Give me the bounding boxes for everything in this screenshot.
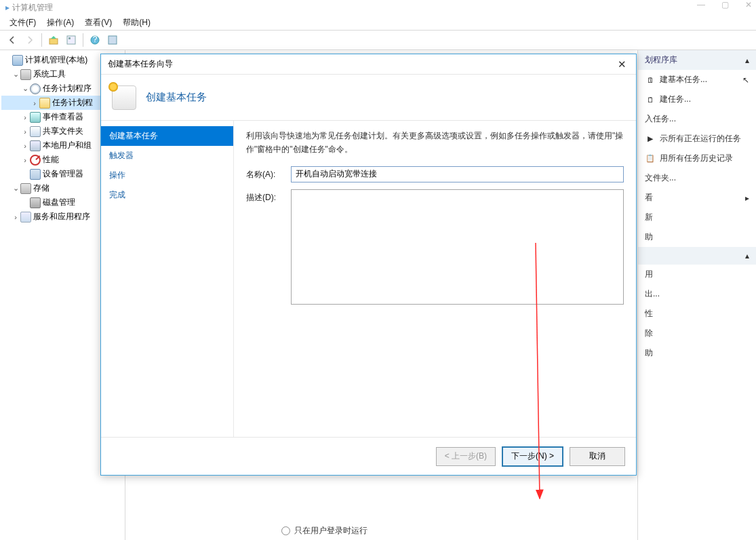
service-icon — [20, 212, 31, 223]
action-export[interactable]: 出... — [638, 284, 756, 304]
action-help-2[interactable]: 助 — [638, 343, 756, 363]
action-view-label: 看 — [645, 192, 653, 204]
separator — [83, 33, 83, 47]
nav-step-action[interactable]: 操作 — [101, 166, 233, 185]
dialog-banner-title: 创建基本任务 — [146, 91, 207, 104]
action-show-running-label: 示所有正在运行的任务 — [660, 133, 741, 144]
action-folder[interactable]: 文件夹... — [638, 168, 756, 188]
name-row: 名称(A): — [246, 166, 624, 182]
performance-icon — [30, 155, 41, 166]
maximize-button[interactable]: ▢ — [721, 0, 729, 9]
back-button: < 上一步(B) — [436, 447, 496, 466]
event-icon — [30, 112, 41, 123]
back-button[interactable] — [4, 32, 20, 48]
device-icon — [30, 169, 41, 180]
action-delete[interactable]: 除 — [638, 324, 756, 343]
action-enable[interactable]: 用 — [638, 265, 756, 284]
action-enable-label: 用 — [645, 269, 653, 280]
cancel-button[interactable]: 取消 — [570, 447, 625, 466]
menu-bar: 文件(F) 操作(A) 查看(V) 帮助(H) — [0, 15, 756, 30]
clock-icon — [30, 83, 41, 94]
computer-icon — [12, 55, 23, 66]
description-label: 描述(D): — [246, 189, 285, 204]
action-history-label: 用所有任务历史记录 — [660, 153, 733, 164]
menu-file[interactable]: 文件(F) — [4, 16, 41, 30]
tree-shared-folders-label: 共享文件夹 — [43, 126, 83, 137]
history-icon: 📋 — [645, 153, 656, 164]
action-history[interactable]: 📋用所有任务历史记录 — [638, 149, 756, 168]
tree-storage-label: 存储 — [33, 182, 49, 194]
up-button[interactable] — [45, 32, 62, 48]
action-import[interactable]: 入任务... — [638, 109, 756, 129]
folder-icon — [39, 98, 50, 109]
minimize-button[interactable]: — — [697, 0, 705, 9]
tree-performance-label: 性能 — [43, 154, 59, 166]
nav-step-trigger[interactable]: 触发器 — [101, 146, 233, 166]
tree-task-scheduler-label: 任务计划程序 — [43, 83, 92, 94]
actions-pane: 划程序库 ▴ 🗓建基本任务...↖ 🗒建任务... 入任务... ▶示所有正在运… — [637, 50, 756, 540]
action-delete-label: 除 — [645, 328, 653, 339]
dialog-title-bar[interactable]: 创建基本任务向导 ✕ — [101, 54, 636, 75]
disk-icon — [30, 197, 41, 208]
refresh-button[interactable] — [104, 32, 121, 48]
wizard-nav: 创建基本任务 触发器 操作 完成 — [101, 121, 234, 437]
nav-step-create[interactable]: 创建基本任务 — [101, 126, 233, 146]
users-icon — [30, 140, 41, 151]
tree-local-users-label: 本地用户和组 — [43, 140, 92, 151]
svg-rect-1 — [67, 36, 75, 44]
help-button[interactable]: ? — [87, 32, 103, 48]
dialog-title: 创建基本任务向导 — [108, 58, 173, 70]
dialog-footer: < 上一步(B) 下一步(N) > 取消 — [101, 437, 636, 475]
chevron-right-icon: ▸ — [745, 193, 749, 203]
action-properties-label: 性 — [645, 308, 653, 320]
task-icon: 🗒 — [645, 94, 656, 105]
action-create-basic[interactable]: 🗓建基本任务...↖ — [638, 70, 756, 90]
forward-button[interactable] — [22, 32, 38, 48]
svg-rect-0 — [49, 39, 58, 44]
menu-action[interactable]: 操作(A) — [41, 16, 79, 30]
svg-text:?: ? — [93, 35, 98, 44]
collapse-arrow-icon: ▴ — [745, 56, 749, 65]
action-help-label: 助 — [645, 231, 653, 243]
action-export-label: 出... — [645, 288, 660, 300]
radio-login-only-label: 只在用户登录时运行 — [294, 525, 367, 537]
cursor-icon: ↖ — [742, 75, 749, 85]
dialog-body: 创建基本任务 触发器 操作 完成 利用该向导快速地为常见任务创建计划。有关更多高… — [101, 121, 636, 437]
collapse-arrow-icon: ▴ — [745, 251, 749, 261]
menu-view[interactable]: 查看(V) — [79, 16, 117, 30]
wizard-banner-icon — [112, 85, 136, 110]
next-button[interactable]: 下一步(N) > — [502, 447, 563, 466]
tree-system-tools-label: 系统工具 — [33, 69, 66, 80]
svg-rect-5 — [108, 36, 117, 44]
nav-step-finish[interactable]: 完成 — [101, 185, 233, 205]
dialog-close-button[interactable]: ✕ — [615, 58, 629, 71]
action-import-label: 入任务... — [645, 113, 676, 125]
tree-disk-management-label: 磁盘管理 — [43, 197, 75, 208]
task-name-input[interactable] — [291, 166, 624, 182]
action-create-task-label: 建任务... — [660, 94, 691, 105]
action-properties[interactable]: 性 — [638, 304, 756, 324]
task-description-input[interactable] — [291, 189, 624, 305]
tools-icon — [20, 69, 31, 80]
action-help[interactable]: 助 — [638, 227, 756, 247]
tree-task-scheduler-library-label: 任务计划程 — [52, 97, 93, 109]
action-show-running[interactable]: ▶示所有正在运行的任务 — [638, 129, 756, 149]
close-button[interactable]: ✕ — [745, 0, 752, 9]
window-title: 计算机管理 — [12, 2, 53, 14]
radio-login-only[interactable]: 只在用户登录时运行 — [261, 523, 636, 538]
app-icon: ▸ — [5, 3, 9, 12]
action-create-basic-label: 建基本任务... — [660, 74, 707, 85]
action-view[interactable]: 看▸ — [638, 188, 756, 208]
wizard-description: 利用该向导快速地为常见任务创建计划。有关更多高级选项或设置，例如多任务操作或触发… — [246, 129, 624, 157]
menu-help[interactable]: 帮助(H) — [117, 16, 156, 30]
actions-header[interactable]: 划程序库 ▴ — [638, 50, 756, 70]
tree-device-manager-label: 设备管理器 — [43, 168, 83, 180]
actions-header-2[interactable]: ▴ — [638, 247, 756, 265]
action-refresh[interactable]: 新 — [638, 208, 756, 227]
properties-button[interactable] — [63, 32, 79, 48]
action-create-task[interactable]: 🗒建任务... — [638, 90, 756, 109]
running-icon: ▶ — [645, 134, 656, 144]
tree-event-viewer-label: 事件查看器 — [43, 111, 83, 123]
tree-root-label: 计算机管理(本地) — [25, 54, 87, 66]
action-refresh-label: 新 — [645, 212, 653, 223]
